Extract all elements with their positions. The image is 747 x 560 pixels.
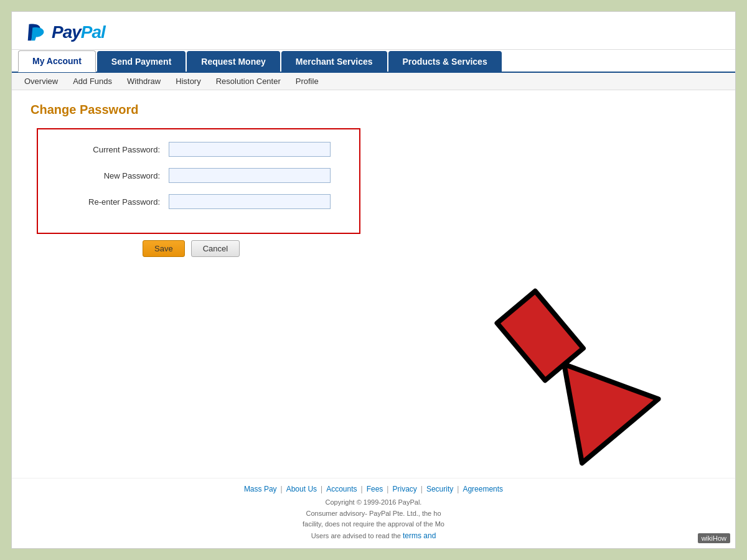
current-password-input[interactable] (169, 142, 331, 157)
paypal-logo-icon (24, 21, 48, 44)
footer-link-about-us[interactable]: About Us (286, 485, 317, 493)
sub-nav-profile[interactable]: Profile (296, 77, 319, 86)
footer-link-fees[interactable]: Fees (367, 485, 383, 493)
cancel-button[interactable]: Cancel (191, 240, 240, 257)
main-content: Change Password Current Password: New Pa… (12, 90, 735, 269)
sub-nav-add-funds[interactable]: Add Funds (73, 77, 112, 86)
footer-link-security[interactable]: Security (426, 485, 453, 493)
reenter-password-label: Re-enter Password: (57, 197, 169, 207)
reenter-password-row: Re-enter Password: (57, 194, 341, 209)
tab-request-money[interactable]: Request Money (187, 51, 280, 72)
footer-terms-link[interactable]: terms and (403, 531, 436, 540)
tab-merchant-services[interactable]: Merchant Services (281, 51, 387, 72)
paypal-logo: PayPal (24, 21, 723, 44)
footer-link-agreements[interactable]: Agreements (463, 485, 503, 493)
sub-nav-history[interactable]: History (176, 77, 200, 86)
sub-nav-withdraw[interactable]: Withdraw (127, 77, 161, 86)
footer-links: Mass Pay | About Us | Accounts | Fees | … (18, 485, 729, 493)
tab-products-services[interactable]: Products & Services (388, 51, 502, 72)
form-buttons: Save Cancel (143, 240, 716, 257)
footer-copyright: Copyright © 1999-2016 PayPal. Consumer a… (18, 497, 729, 542)
current-password-label: Current Password: (57, 145, 169, 154)
footer-link-mass-pay[interactable]: Mass Pay (244, 485, 277, 493)
current-password-row: Current Password: (57, 142, 341, 157)
nav-tabs: My Account Send Payment Request Money Me… (12, 50, 735, 73)
footer: Mass Pay | About Us | Accounts | Fees | … (12, 478, 735, 548)
wikihow-badge: wikiHow (698, 533, 730, 543)
svg-marker-0 (478, 275, 659, 463)
sub-nav-overview[interactable]: Overview (24, 77, 58, 86)
sub-nav: Overview Add Funds Withdraw History Reso… (12, 73, 735, 90)
page-title: Change Password (31, 103, 716, 117)
new-password-input[interactable] (169, 168, 331, 183)
footer-link-privacy[interactable]: Privacy (392, 485, 416, 493)
new-password-label: New Password: (57, 171, 169, 180)
new-password-row: New Password: (57, 168, 341, 183)
change-password-form: Current Password: New Password: Re-enter… (37, 128, 360, 234)
tab-send-payment[interactable]: Send Payment (97, 51, 186, 72)
paypal-logo-text: PayPal (52, 22, 105, 42)
sub-nav-resolution-center[interactable]: Resolution Center (216, 77, 281, 86)
header: PayPal (12, 12, 735, 50)
tab-my-account[interactable]: My Account (18, 50, 96, 72)
reenter-password-input[interactable] (169, 194, 331, 209)
save-button[interactable]: Save (143, 240, 185, 257)
footer-link-accounts[interactable]: Accounts (326, 485, 357, 493)
